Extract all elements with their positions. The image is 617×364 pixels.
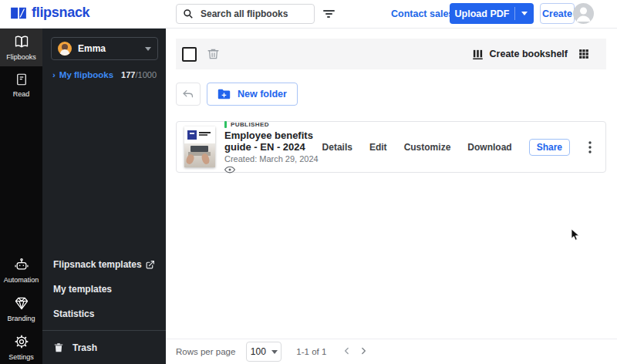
- chevron-down-icon: [271, 350, 278, 354]
- share-button[interactable]: Share: [529, 139, 570, 156]
- upload-pdf-label: Upload PDF: [450, 8, 514, 19]
- visibility-eye-icon[interactable]: [224, 166, 235, 174]
- folder-plus-icon: [217, 89, 231, 99]
- next-page-button[interactable]: [358, 345, 369, 356]
- workspace-sidebar: Emma › My flipbooks 177/1000 Flipsnack t…: [42, 28, 166, 364]
- flipbook-actions: Details Edit Customize Download Share: [322, 139, 605, 156]
- rows-per-page-label: Rows per page: [176, 347, 235, 356]
- select-all-checkbox[interactable]: [182, 47, 197, 62]
- user-avatar[interactable]: [573, 3, 594, 24]
- flipbook-thumbnail[interactable]: [184, 126, 215, 167]
- nav-item-read[interactable]: Read: [0, 66, 42, 103]
- pagination-footer: Rows per page 100 1-1 of 1: [166, 339, 617, 364]
- mouse-cursor: [571, 228, 580, 241]
- create-bookshelf-label: Create bookshelf: [490, 49, 568, 59]
- more-options-icon[interactable]: [587, 141, 593, 153]
- flipbooks-icon: [14, 34, 29, 49]
- search-box[interactable]: [176, 4, 315, 24]
- sidebar-item-trash[interactable]: Trash: [42, 334, 166, 353]
- flipbook-created-date: Created: March 29, 2024: [224, 154, 319, 163]
- delete-selected-icon[interactable]: [207, 47, 220, 61]
- flipsnack-app: flipsnack Contact sales Upload PDF Creat…: [0, 0, 617, 364]
- sidebar-item-my-templates[interactable]: My templates: [42, 277, 166, 302]
- rail-spacer: [0, 103, 42, 251]
- flipbook-usage-counter: 177/1000: [121, 70, 157, 79]
- nav-item-flipbooks[interactable]: Flipbooks: [0, 28, 42, 66]
- details-button[interactable]: Details: [322, 142, 352, 153]
- nav-item-branding[interactable]: Branding: [0, 289, 42, 328]
- flipsnack-logo-icon: [10, 6, 27, 20]
- nav-rail: Flipbooks Read Automation Branding Sett: [0, 28, 42, 364]
- status-label: PUBLISHED: [231, 121, 269, 128]
- new-folder-label: New folder: [238, 89, 287, 99]
- status-badge: PUBLISHED: [224, 121, 269, 128]
- previous-page-button[interactable]: [342, 345, 352, 356]
- sidebar-divider: [42, 330, 166, 331]
- create-button[interactable]: Create: [540, 3, 575, 24]
- nav-label: Settings: [8, 353, 34, 361]
- search-input[interactable]: [199, 8, 325, 20]
- chevron-down-icon: [521, 12, 528, 15]
- nav-item-settings[interactable]: Settings: [0, 328, 42, 364]
- person-icon: [573, 3, 594, 24]
- automation-robot-icon: [14, 257, 29, 272]
- edit-button[interactable]: Edit: [369, 142, 387, 153]
- download-button[interactable]: Download: [467, 142, 511, 153]
- bookshelf-icon: [472, 49, 484, 60]
- flipbook-row: PUBLISHED Employee benefits guide - EN -…: [176, 121, 606, 173]
- pagination-range: 1-1 of 1: [296, 347, 326, 356]
- account-name: Emma: [78, 43, 106, 54]
- search-icon: [183, 8, 194, 19]
- filter-icon[interactable]: [322, 10, 335, 19]
- external-link-icon: [145, 260, 155, 270]
- my-templates-label: My templates: [53, 284, 112, 295]
- top-header: flipsnack Contact sales Upload PDF Creat…: [0, 0, 617, 29]
- upload-pdf-button[interactable]: Upload PDF: [450, 3, 534, 24]
- flipsnack-templates-label: Flipsnack templates: [53, 259, 142, 270]
- branding-gem-icon: [14, 295, 29, 311]
- read-icon: [15, 72, 29, 86]
- published-indicator: [224, 121, 227, 128]
- settings-gear-icon: [14, 334, 29, 349]
- sidebar-item-statistics[interactable]: Statistics: [42, 302, 166, 326]
- grid-view-icon[interactable]: [578, 49, 589, 59]
- flipsnack-logo[interactable]: flipsnack: [10, 5, 89, 21]
- logo-wordmark: flipsnack: [32, 5, 89, 21]
- sidebar-item-flipsnack-templates[interactable]: Flipsnack templates: [42, 252, 166, 277]
- back-arrow-icon: [182, 89, 194, 99]
- nav-label: Branding: [7, 315, 35, 322]
- selection-toolbar: Create bookshelf: [176, 39, 606, 69]
- statistics-label: Statistics: [53, 308, 94, 319]
- sidebar-spacer: [42, 79, 166, 252]
- account-switcher[interactable]: Emma: [51, 37, 158, 60]
- customize-button[interactable]: Customize: [404, 142, 451, 153]
- new-folder-button[interactable]: New folder: [207, 83, 298, 106]
- rows-per-page-value: 100: [251, 346, 266, 357]
- create-bookshelf-button[interactable]: Create bookshelf: [472, 49, 568, 60]
- flipbook-info: PUBLISHED Employee benefits guide - EN -…: [224, 121, 322, 174]
- sidebar-item-my-flipbooks[interactable]: › My flipbooks 177/1000: [42, 70, 166, 79]
- nav-item-automation[interactable]: Automation: [0, 251, 42, 289]
- chevron-down-icon: [145, 47, 151, 51]
- upload-dropdown-toggle[interactable]: [515, 12, 534, 15]
- contact-sales-link[interactable]: Contact sales: [391, 8, 453, 19]
- folder-back-button[interactable]: [176, 83, 201, 106]
- flipbook-title[interactable]: Employee benefits guide - EN - 2024: [224, 130, 322, 153]
- trash-label: Trash: [72, 342, 97, 353]
- trash-icon: [53, 342, 64, 353]
- my-flipbooks-label: My flipbooks: [59, 70, 113, 79]
- chevron-right-icon: ›: [52, 70, 56, 79]
- nav-label: Read: [13, 90, 30, 98]
- account-avatar: [58, 42, 72, 56]
- nav-label: Automation: [4, 276, 39, 284]
- nav-label: Flipbooks: [6, 53, 36, 61]
- rows-per-page-select[interactable]: 100: [246, 342, 282, 362]
